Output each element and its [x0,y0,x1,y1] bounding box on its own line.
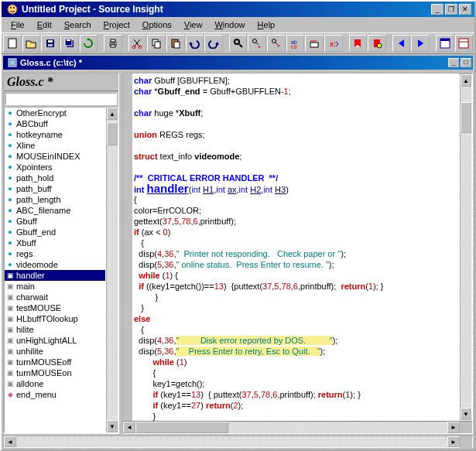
variable-icon: ● [6,207,14,214]
editor-scroll-down[interactable]: ▼ [461,408,471,420]
function-icon: ▣ [6,369,14,377]
symbol-window-button[interactable] [436,35,454,52]
document-titlebar: Gloss.c (c:\tc) * _ □ [3,56,473,70]
symbol-label: hilite [16,325,34,334]
editor-scroll-left[interactable]: ◄ [123,422,135,433]
symbol-MOUSEinINDEX[interactable]: ●MOUSEinINDEX [5,151,105,162]
symbol-Xbuff[interactable]: ●Xbuff [5,237,105,248]
symbol-list[interactable]: ●OtherEncrypt●ABCbuff●hotkeyname●Xline●M… [4,107,106,433]
symbol-Xline[interactable]: ●Xline [5,140,105,151]
sidebar-scrollbar[interactable]: ▲ ▼ [106,107,118,433]
cut-button[interactable] [128,35,147,52]
titlebar: Untitled Project - Source Insight _ ❐ ✕ [2,2,474,17]
editor-vscrollbar[interactable]: ▲ ▼ [460,73,472,421]
nav-back-button[interactable] [392,35,411,52]
symbol-unHighLightALL[interactable]: ▣unHighLightALL [5,335,105,346]
menu-window[interactable]: Window [208,19,251,31]
editor-scroll-right[interactable]: ► [447,422,460,433]
symbol-label: end_menu [16,390,57,399]
bookmark-set-button[interactable] [349,35,368,52]
undo-button[interactable] [186,35,204,52]
function-icon: ▣ [6,272,14,279]
symbol-hilite[interactable]: ▣hilite [5,324,105,335]
relation-window-button[interactable] [455,35,474,52]
print-button[interactable] [104,35,122,52]
symbol-hotkeyname[interactable]: ●hotkeyname [5,129,105,140]
doc-minimize-button[interactable]: _ [448,58,459,67]
app-window: Untitled Project - Source Insight _ ❐ ✕ … [0,0,476,451]
symbol-HLbuffTOlookup[interactable]: ▣HLbuffTOlookup [5,313,105,324]
symbol-ABCbuff[interactable]: ●ABCbuff [5,118,105,129]
symbol-label: HLbuffTOlookup [16,314,78,323]
find-next-button[interactable] [248,35,266,52]
symbol-end_menu[interactable]: ◆end_menu [5,389,105,400]
open-button[interactable] [22,35,41,52]
symbol-search-input[interactable] [5,93,117,105]
svg-text:cd: cd [291,44,297,49]
scroll-thumb[interactable] [107,122,118,145]
editor-vthumb[interactable] [461,102,471,133]
bookmark-goto-button[interactable] [368,35,386,52]
nav-forward-button[interactable] [411,35,430,52]
symbol-path_buff[interactable]: ●path_buff [5,183,105,194]
symbol-main[interactable]: ▣main [5,281,105,292]
find-button[interactable] [229,35,248,52]
symbol-Gbuff[interactable]: ●Gbuff [5,216,105,227]
symbol-alldone[interactable]: ▣alldone [5,378,105,389]
svg-point-1 [10,7,12,9]
symbol-turnMOUSEoff[interactable]: ▣turnMOUSEoff [5,357,105,367]
menu-file[interactable]: File [5,19,31,31]
new-button[interactable] [3,35,22,52]
function-icon: ▣ [6,337,14,344]
symbol-charwait[interactable]: ▣charwait [5,292,105,302]
redo-button[interactable] [204,35,223,52]
minimize-button[interactable]: _ [431,4,443,15]
bottom-hscrollbar[interactable]: ◄ ► [3,436,473,448]
bottom-scroll-right[interactable]: ► [447,436,460,447]
symbol-label: Xpointers [16,162,52,172]
symbol-path_hold[interactable]: ●path_hold [5,173,105,183]
paste-button[interactable] [166,35,185,52]
menu-help[interactable]: Help [252,19,282,31]
symbol-label: unhilite [16,347,43,356]
editor-hscrollbar[interactable]: ◄ ► [123,421,472,433]
goto-line-button[interactable]: x: [324,35,343,52]
symbol-videomode[interactable]: ●videomode [5,259,105,270]
refresh-button[interactable] [80,35,98,52]
close-button[interactable]: ✕ [459,4,471,15]
function-icon: ▣ [6,380,14,388]
scroll-down-button[interactable]: ▼ [107,420,118,432]
save-button[interactable] [41,35,60,52]
svg-rect-9 [67,39,70,41]
menu-project[interactable]: Project [98,19,136,31]
symbol-unhilite[interactable]: ▣unhilite [5,346,105,357]
variable-icon: ● [6,185,14,193]
find-prev-button[interactable] [267,35,286,52]
doc-maximize-button[interactable]: □ [461,58,471,67]
copy-button[interactable] [147,35,166,52]
scroll-up-button[interactable]: ▲ [107,108,118,120]
variable-icon: ● [6,142,14,149]
maximize-button[interactable]: ❐ [445,4,457,15]
variable-icon: ● [6,131,14,138]
editor-hthumb[interactable] [135,422,228,433]
symbol-path_length[interactable]: ●path_length [5,194,105,205]
menu-view[interactable]: View [178,19,209,31]
replace-button[interactable]: abcd [286,35,305,52]
symbol-handler[interactable]: ▣handler [5,270,105,281]
symbol-regs[interactable]: ●regs [5,248,105,259]
symbol-turnMOUSEon[interactable]: ▣turnMOUSEon [5,367,105,378]
menu-edit[interactable]: Edit [31,19,58,31]
bottom-scroll-left[interactable]: ◄ [4,436,16,447]
symbol-testMOUSE[interactable]: ▣testMOUSE [5,302,105,313]
symbol-Xpointers[interactable]: ●Xpointers [5,162,105,173]
editor-scroll-up[interactable]: ▲ [461,74,471,87]
code-pane[interactable]: char Gbuff [GBUFFLEN];char *Gbuff_end = … [132,73,460,421]
symbol-OtherEncrypt[interactable]: ●OtherEncrypt [5,108,105,118]
save-all-button[interactable] [60,35,79,52]
symbol-ABC_filename[interactable]: ●ABC_filename [5,205,105,216]
menu-options[interactable]: Options [136,19,178,31]
search-project-button[interactable] [305,35,324,52]
menu-search[interactable]: Search [58,19,98,31]
symbol-Gbuff_end[interactable]: ●Gbuff_end [5,227,105,237]
